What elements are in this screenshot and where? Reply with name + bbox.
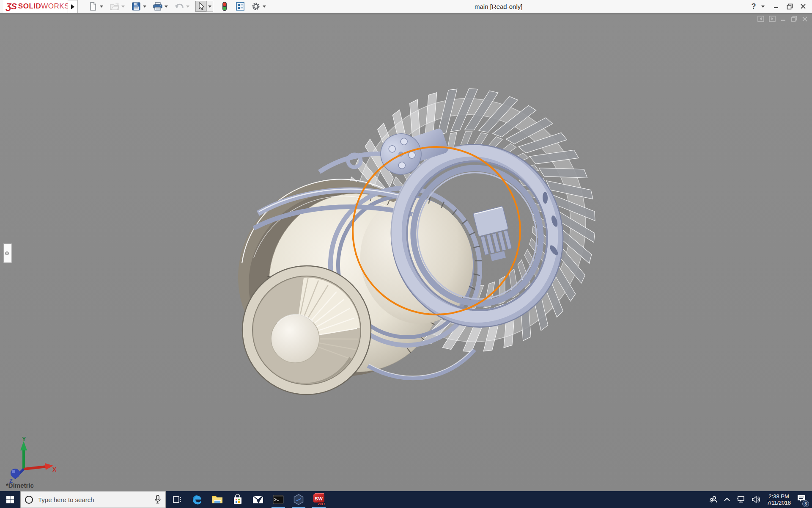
command-prompt-icon [273, 495, 284, 504]
verification-button[interactable] [219, 1, 230, 12]
minimize-button[interactable] [771, 1, 782, 12]
clock-date: 7/11/2018 [767, 500, 791, 506]
task-pane-button[interactable] [235, 1, 246, 12]
jet-engine-model[interactable] [0, 14, 812, 491]
doc-restore-icon[interactable] [791, 16, 797, 22]
select-tool-button[interactable] [195, 1, 206, 12]
solidworks-logo-glyph: ƷS [6, 1, 16, 11]
open-dropdown[interactable] [121, 6, 125, 8]
new-document-icon [88, 2, 98, 11]
new-document-button[interactable] [88, 1, 99, 12]
reference-triad[interactable]: Y X Z [6, 436, 57, 483]
chevron-up-icon [724, 497, 730, 502]
save-button[interactable] [131, 1, 142, 12]
brand-name-light: WORKS [41, 2, 69, 11]
close-button[interactable] [798, 1, 809, 12]
clock-time: 2:38 PM [767, 493, 791, 500]
close-icon [800, 3, 806, 9]
windows-logo-icon [6, 495, 14, 504]
system-tray: 2:38 PM 7/11/2018 3 [709, 491, 812, 508]
taskbar-clock[interactable]: 2:38 PM 7/11/2018 [767, 493, 791, 506]
titlebar: ƷS SOLIDWORKS [0, 0, 812, 13]
help-button[interactable]: ? [750, 1, 757, 12]
lifting-eyelet[interactable] [348, 155, 361, 167]
solidworks-icon-label: SW [315, 496, 323, 501]
people-icon [709, 495, 718, 504]
tray-overflow-button[interactable] [724, 497, 730, 502]
doc-close-icon[interactable] [802, 16, 808, 22]
notification-badge: 3 [802, 500, 809, 507]
gear-icon [251, 2, 261, 11]
microphone-icon[interactable] [154, 495, 161, 504]
cortana-icon [25, 496, 33, 504]
undo-icon [174, 2, 184, 11]
pane-left-icon[interactable] [757, 16, 764, 22]
brand-name-bold: SOLID [18, 2, 41, 11]
taskbar-app-file-explorer[interactable] [207, 491, 228, 508]
task-view-icon [172, 495, 181, 504]
triad-y-label: Y [22, 436, 26, 442]
undo-dropdown[interactable] [186, 6, 189, 8]
window-controls: ? [750, 0, 809, 13]
action-center-button[interactable]: 3 [797, 494, 806, 505]
solidworks-logo: ƷS SOLIDWORKS [3, 0, 72, 13]
panel-pin-icon [5, 251, 9, 255]
flyout-arrow-icon [71, 4, 74, 9]
quick-access-toolbar [87, 0, 271, 13]
volume-button[interactable] [752, 496, 761, 503]
taskbar-app-store[interactable] [228, 491, 248, 508]
open-button[interactable] [109, 1, 120, 12]
new-document-dropdown[interactable] [100, 6, 103, 8]
windows-taskbar: Type here to search [0, 491, 812, 508]
hexagon-app-icon [293, 494, 304, 505]
restore-button[interactable] [784, 1, 795, 12]
save-dropdown[interactable] [143, 6, 146, 8]
open-icon [110, 2, 120, 11]
print-icon [153, 2, 163, 11]
options-button[interactable] [250, 1, 261, 12]
undo-button[interactable] [174, 1, 185, 12]
microsoft-store-icon [233, 494, 243, 505]
print-dropdown[interactable] [165, 6, 168, 8]
taskbar-app-hexagon[interactable] [288, 491, 309, 508]
taskbar-app-mail[interactable] [248, 491, 268, 508]
graphics-viewport[interactable]: Y X Z *Dimetric [0, 14, 812, 491]
network-icon [736, 496, 746, 503]
viewport-window-controls [757, 16, 808, 22]
select-tool-dropdown[interactable] [206, 1, 213, 12]
view-orientation-label: *Dimetric [6, 482, 34, 489]
toolbar-flyout-button[interactable] [68, 0, 78, 14]
taskbar-apps: SW 2017 [167, 491, 329, 508]
file-explorer-icon [212, 495, 223, 504]
search-placeholder: Type here to search [38, 496, 154, 503]
people-button[interactable] [709, 495, 718, 504]
volume-icon [752, 496, 761, 503]
doc-minimize-icon[interactable] [780, 16, 786, 22]
nozzle-exit-and-cone[interactable] [242, 266, 371, 395]
triad-x-label: X [52, 466, 57, 473]
taskbar-search-input[interactable]: Type here to search [20, 491, 166, 508]
options-dropdown[interactable] [263, 6, 266, 8]
pane-right-icon[interactable] [769, 16, 776, 22]
start-button[interactable] [0, 491, 20, 508]
solidworks-2017-icon: SW 2017 [313, 494, 324, 505]
verification-traffic-light-icon [222, 1, 228, 11]
select-arrow-icon [197, 2, 205, 11]
restore-icon [787, 3, 793, 10]
print-button[interactable] [152, 1, 163, 12]
help-dropdown[interactable] [761, 6, 765, 8]
minimize-icon [773, 3, 779, 9]
task-view-button[interactable] [167, 491, 187, 508]
feature-panel-collapsed-tab[interactable] [3, 243, 12, 263]
document-title: main [Read-only] [475, 3, 522, 10]
taskbar-app-command-prompt[interactable] [268, 491, 288, 508]
mail-icon [252, 495, 263, 504]
solidworks-icon-year: 2017 [318, 502, 325, 506]
taskbar-app-edge[interactable] [187, 491, 207, 508]
network-button[interactable] [736, 496, 746, 503]
save-icon [132, 2, 141, 11]
options-panel-icon [236, 2, 245, 11]
edge-browser-icon [192, 494, 203, 505]
taskbar-app-solidworks[interactable]: SW 2017 [309, 491, 329, 508]
